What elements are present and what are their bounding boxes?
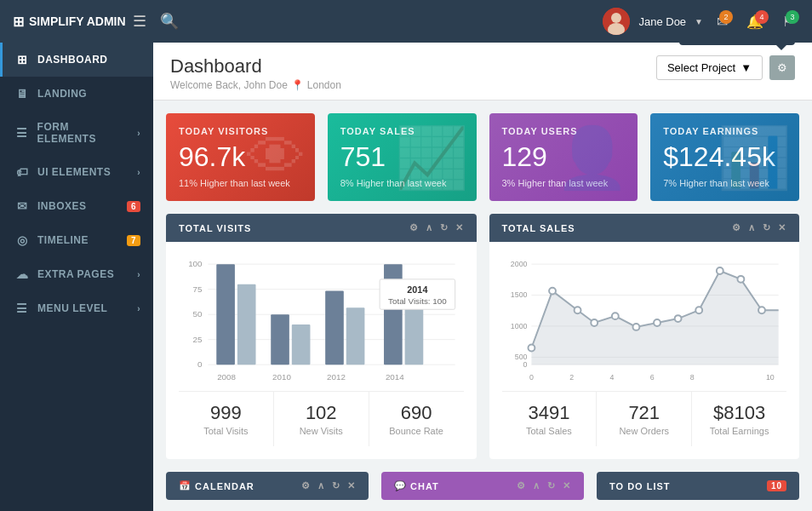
header-actions: Hello, Are you there? Select Project ▼ ⚙	[656, 55, 795, 80]
new-visits-stat: 102 New Visits	[274, 392, 369, 446]
sidebar-item-ui-elements[interactable]: 🏷 UI Elements ›	[0, 155, 153, 189]
app-logo: ⊞ SIMPLIFY ADMIN	[13, 14, 126, 30]
hamburger-button[interactable]: ☰	[126, 12, 153, 31]
total-sales-stat: 3491 Total Sales	[502, 392, 598, 446]
sales-bg-icon: 📈	[394, 123, 468, 192]
total-sales-body: 2000 1500 1000 500 0	[489, 242, 800, 459]
sidebar-item-extra-pages[interactable]: ☁ Extra Pages ›	[0, 257, 153, 291]
visits-refresh-icon[interactable]: ↻	[440, 222, 449, 233]
visits-close-icon[interactable]: ✕	[455, 222, 464, 233]
dashboard-icon: ⊞	[15, 53, 29, 66]
sidebar-item-menu-level[interactable]: ☰ Menu Level ›	[0, 291, 153, 325]
total-sales-title: TOTAL SALES	[502, 223, 575, 233]
todo-actions: 10	[767, 480, 786, 491]
chat-refresh-icon[interactable]: ↻	[547, 480, 556, 491]
svg-point-46	[674, 315, 681, 322]
sidebar-label-dashboard: Dashboard	[37, 54, 108, 66]
gear-icon: ⚙	[777, 61, 787, 74]
cal-gear-icon[interactable]: ⚙	[301, 480, 311, 491]
total-visits-actions: ⚙ ∧ ↻ ✕	[409, 222, 464, 233]
alerts-button[interactable]: 🔔 4	[741, 14, 769, 30]
bounce-rate-stat: 690 Bounce Rate	[369, 392, 464, 446]
calendar-panel: 📅 Calendar ⚙ ∧ ↻ ✕	[166, 472, 369, 500]
chat-gear-icon[interactable]: ⚙	[517, 480, 526, 491]
bar-chart-svg: 100 75 50 25 0	[179, 255, 464, 391]
svg-point-1	[611, 13, 621, 23]
calendar-header: 📅 Calendar ⚙ ∧ ↻ ✕	[166, 472, 369, 500]
svg-text:0: 0	[529, 373, 533, 382]
timeline-badge: 7	[127, 235, 140, 246]
svg-point-49	[737, 276, 744, 283]
charts-row: TOTAL VISITS ⚙ ∧ ↻ ✕	[153, 214, 812, 472]
top-navbar: ⊞ SIMPLIFY ADMIN ☰ 🔍 Jane Doe ▼ ✉ 2 🔔 4	[0, 0, 812, 43]
svg-text:25: 25	[193, 335, 203, 344]
bottom-row: 📅 Calendar ⚙ ∧ ↻ ✕ 💬 Chat	[153, 472, 812, 500]
search-button[interactable]: 🔍	[153, 12, 186, 31]
svg-point-41	[574, 307, 580, 313]
page-title: Dashboard	[170, 55, 341, 78]
svg-rect-13	[216, 264, 235, 365]
total-visits-label: Total Visits	[183, 426, 269, 436]
svg-point-47	[695, 307, 702, 313]
total-earnings-value: $8103	[696, 402, 782, 424]
sales-up-icon[interactable]: ∧	[748, 222, 756, 233]
main-content: Dashboard Welcome Back, John Doe 📍 Londo…	[153, 43, 812, 511]
todo-header: To Do List 10	[597, 472, 799, 500]
cal-up-icon[interactable]: ∧	[317, 480, 325, 491]
svg-text:2000: 2000	[510, 260, 527, 268]
inbox-icon: ✉	[15, 199, 29, 213]
tasks-button[interactable]: ⚑ 3	[777, 14, 799, 30]
sidebar-item-inboxes[interactable]: ✉ Inboxes 6	[0, 189, 153, 223]
svg-point-44	[632, 324, 639, 330]
sales-close-icon[interactable]: ✕	[778, 222, 786, 233]
todo-title: To Do List	[609, 481, 671, 491]
svg-text:10: 10	[765, 373, 774, 382]
logo-icon: ⊞	[13, 14, 24, 30]
svg-point-48	[716, 267, 723, 274]
svg-text:50: 50	[193, 309, 203, 319]
svg-point-42	[591, 319, 598, 326]
menu-icon: ☰	[15, 301, 29, 315]
visits-up-icon[interactable]: ∧	[426, 222, 433, 233]
form-icon: ☰	[15, 126, 29, 140]
sidebar-item-timeline[interactable]: ◎ Timeline 7	[0, 223, 153, 257]
sidebar-label-menu: Menu Level	[37, 302, 107, 314]
chat-title: Chat	[410, 481, 439, 491]
visits-gear-icon[interactable]: ⚙	[409, 222, 419, 233]
location-text: London	[307, 79, 341, 91]
nav-right-section: Jane Doe ▼ ✉ 2 🔔 4 ⚑ 3	[603, 8, 799, 35]
sidebar-item-form-elements[interactable]: ☰ Form Elements ›	[0, 111, 153, 155]
svg-point-43	[611, 313, 618, 319]
sales-gear-icon[interactable]: ⚙	[732, 222, 741, 233]
chat-actions: ⚙ ∧ ↻ ✕	[517, 480, 571, 491]
new-visits-label: New Visits	[278, 426, 364, 436]
select-project-label: Select Project	[667, 61, 735, 74]
app-title: SIMPLIFY ADMIN	[29, 14, 126, 28]
stats-row: TODAY VISITORS 96.7k 11% Higher than las…	[153, 100, 812, 214]
sales-refresh-icon[interactable]: ↻	[763, 222, 771, 233]
sidebar-label-landing: Landing	[37, 88, 87, 100]
total-earnings-stat: $8103 Total Earnings	[692, 392, 786, 446]
select-project-button[interactable]: Select Project ▼	[656, 55, 763, 80]
sidebar-item-dashboard[interactable]: ⊞ Dashboard	[0, 43, 153, 77]
new-orders-label: New Orders	[601, 426, 687, 436]
chat-close-icon[interactable]: ✕	[563, 480, 571, 491]
messages-button[interactable]: ✉ 2	[712, 14, 733, 30]
sidebar-item-landing[interactable]: 🖥 Landing	[0, 77, 153, 111]
line-chart-area: 2000 1500 1000 500 0	[502, 255, 787, 391]
cal-close-icon[interactable]: ✕	[347, 480, 356, 491]
settings-gear-button[interactable]: ⚙	[769, 55, 795, 80]
total-earnings-label: Total Earnings	[696, 426, 782, 436]
chat-up-icon[interactable]: ∧	[533, 480, 540, 491]
svg-text:2010: 2010	[272, 372, 291, 382]
user-dropdown-arrow[interactable]: ▼	[695, 17, 703, 26]
landing-icon: 🖥	[15, 87, 29, 100]
svg-text:2: 2	[569, 373, 574, 382]
cal-refresh-icon[interactable]: ↻	[332, 480, 340, 491]
svg-text:Total Visits: 100: Total Visits: 100	[388, 296, 447, 306]
svg-text:1500: 1500	[510, 290, 527, 299]
sidebar-label-form: Form Elements	[37, 121, 129, 145]
select-project-arrow: ▼	[741, 61, 752, 74]
user-name-display[interactable]: Jane Doe	[638, 15, 686, 28]
users-bg-icon: 👤	[555, 123, 629, 192]
